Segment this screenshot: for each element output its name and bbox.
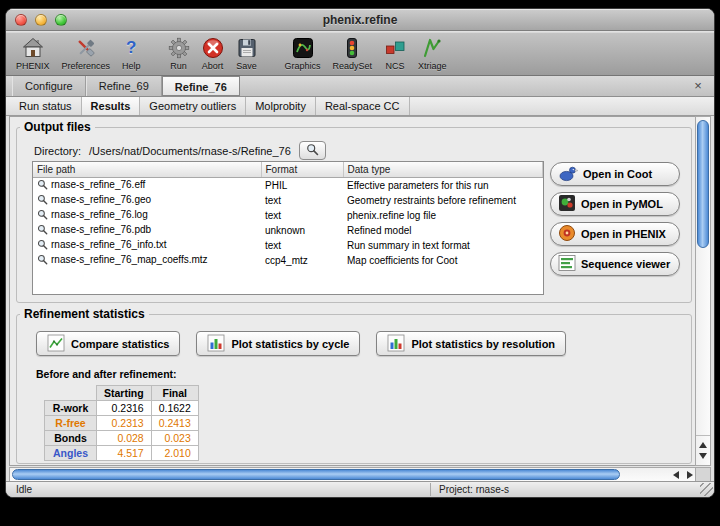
toolbar-label-abort: Abort: [202, 61, 224, 71]
subtab-real-space-cc[interactable]: Real-space CC: [316, 97, 410, 115]
sub-tab-bar: Run status Results Geometry outliers Mol…: [6, 97, 714, 116]
magnifier-icon: [37, 209, 48, 223]
file-format: unknown: [261, 223, 343, 238]
toolbar-button-save[interactable]: Save: [230, 32, 264, 75]
button-label: Compare statistics: [71, 338, 169, 350]
table-header-row: File path Format Data type: [33, 162, 543, 178]
magnifier-icon: [37, 194, 48, 208]
toolbar-button-preferences[interactable]: Preferences: [56, 32, 117, 75]
zoom-window-button[interactable]: [55, 14, 67, 26]
minimize-window-button[interactable]: [35, 14, 47, 26]
toolbar-label-readyset: ReadySet: [333, 61, 373, 71]
button-label: Sequence viewer: [581, 258, 670, 270]
subtab-geometry-outliers[interactable]: Geometry outliers: [140, 97, 246, 115]
file-format: text: [261, 238, 343, 253]
stat-label: Bonds: [45, 431, 97, 446]
stats-row-angles: Angles 4.517 2.010: [45, 446, 199, 461]
xtriage-icon: [421, 37, 443, 60]
toolbar-separator: [264, 32, 279, 75]
toolbar-label-graphics: Graphics: [285, 61, 321, 71]
stat-starting-value: 0.2316: [97, 401, 152, 416]
button-label: Open in PyMOL: [581, 198, 663, 210]
output-files-table: File path Format Data type rnase-s_refin…: [33, 162, 543, 268]
directory-path: /Users/nat/Documents/rnase-s/Refine_76: [89, 145, 291, 157]
scroll-down-arrow-icon[interactable]: [699, 453, 707, 459]
open-in-phenix-button[interactable]: Open in PHENIX: [550, 222, 680, 246]
toolbar-button-phenix[interactable]: PHENIX: [10, 32, 56, 75]
subtab-results[interactable]: Results: [82, 97, 141, 115]
stat-final-value: 0.1622: [151, 401, 198, 416]
sequence-viewer-icon: [558, 254, 576, 274]
open-actions: Open in Coot Open in PyMOL Open in PHENI…: [550, 162, 680, 276]
stat-starting-value: 0.2313: [97, 416, 152, 431]
title-bar[interactable]: phenix.refine: [6, 9, 714, 31]
file-name: rnase-s_refine_76.pdb: [51, 224, 151, 235]
file-type: Map coefficients for Coot: [343, 253, 543, 268]
toolbar-label-help: Help: [122, 61, 141, 71]
resize-grip[interactable]: [700, 483, 713, 496]
close-window-button[interactable]: [15, 14, 27, 26]
tab-configure[interactable]: Configure: [12, 76, 86, 96]
open-in-coot-button[interactable]: Open in Coot: [550, 162, 680, 186]
magnifier-icon: [37, 179, 48, 193]
subtab-molprobity[interactable]: Molprobity: [246, 97, 316, 115]
toolbar-button-help[interactable]: ? Help: [116, 32, 147, 75]
button-label: Open in PHENIX: [581, 228, 666, 240]
toolbar-button-run[interactable]: Run: [162, 32, 196, 75]
toolbar-button-graphics[interactable]: Graphics: [279, 32, 327, 75]
scroll-up-arrow-icon[interactable]: [699, 442, 707, 448]
table-row[interactable]: rnase-s_refine_76.geo text Geometry rest…: [33, 193, 543, 208]
column-header-data-type[interactable]: Data type: [343, 162, 543, 178]
button-label: Plot statistics by cycle: [231, 338, 349, 350]
coot-bird-icon: [558, 165, 578, 184]
results-panel: Output files Directory: /Users/nat/Docum…: [9, 116, 697, 466]
tab-refine-76[interactable]: Refine_76: [162, 76, 240, 96]
horizontal-scrollbar-arrows: [673, 468, 693, 481]
column-header-format[interactable]: Format: [261, 162, 343, 178]
subtab-run-status[interactable]: Run status: [10, 97, 82, 115]
plot-by-resolution-button[interactable]: Plot statistics by resolution: [376, 331, 566, 356]
toolbar-button-xtriage[interactable]: Xtriage: [412, 32, 453, 75]
vertical-scrollbar[interactable]: [695, 116, 711, 466]
horizontal-scrollbar-thumb[interactable]: [12, 469, 620, 480]
plot-by-cycle-button[interactable]: Plot statistics by cycle: [196, 331, 360, 356]
file-format: ccp4_mtz: [261, 253, 343, 268]
column-header-file-path[interactable]: File path: [33, 162, 261, 178]
toolbar-separator: [147, 32, 162, 75]
file-format: text: [261, 208, 343, 223]
scroll-right-arrow-icon[interactable]: [687, 471, 693, 479]
phenix-refine-window: phenix.refine PHENIX Preferences ? Help: [5, 8, 715, 498]
close-tab-icon[interactable]: ×: [691, 79, 705, 94]
stat-label: R-free: [45, 416, 97, 431]
table-row[interactable]: rnase-s_refine_76.log text phenix.refine…: [33, 208, 543, 223]
window-title: phenix.refine: [6, 9, 714, 31]
toolbar-button-ncs[interactable]: NCS: [378, 32, 412, 75]
open-in-pymol-button[interactable]: Open in PyMOL: [550, 192, 680, 216]
refinement-stats-table: Starting Final R-work 0.2316 0.1622 R-fr…: [44, 385, 199, 461]
toolbar: PHENIX Preferences ? Help Run: [6, 32, 714, 76]
scroll-left-arrow-icon[interactable]: [673, 471, 679, 479]
vertical-scrollbar-thumb[interactable]: [697, 120, 709, 248]
table-row[interactable]: rnase-s_refine_76.eff PHIL Effective par…: [33, 178, 543, 194]
table-row[interactable]: rnase-s_refine_76_info.txt text Run summ…: [33, 238, 543, 253]
vertical-scrollbar-arrows: [696, 435, 710, 465]
table-row[interactable]: rnase-s_refine_76.pdb unknown Refined mo…: [33, 223, 543, 238]
toolbar-button-abort[interactable]: Abort: [196, 32, 230, 75]
magnifier-icon: [37, 254, 48, 268]
browse-directory-button[interactable]: [299, 141, 326, 160]
sequence-viewer-button[interactable]: Sequence viewer: [550, 252, 680, 276]
magnifier-icon: [306, 143, 319, 158]
horizontal-scrollbar[interactable]: [9, 467, 697, 482]
phenix-home-icon: [22, 37, 44, 60]
stats-corner-cell: [45, 386, 97, 401]
compare-statistics-button[interactable]: Compare statistics: [36, 331, 180, 356]
pymol-icon: [558, 194, 576, 214]
toolbar-button-readyset[interactable]: ReadySet: [327, 32, 379, 75]
window-controls: [15, 14, 67, 26]
table-row[interactable]: rnase-s_refine_76_map_coeffs.mtz ccp4_mt…: [33, 253, 543, 268]
compare-chart-icon: [47, 334, 65, 354]
output-files-heading: Output files: [20, 120, 95, 134]
tab-refine-69[interactable]: Refine_69: [86, 76, 162, 96]
ncs-icon: [384, 37, 406, 60]
toolbar-label-save: Save: [236, 61, 257, 71]
